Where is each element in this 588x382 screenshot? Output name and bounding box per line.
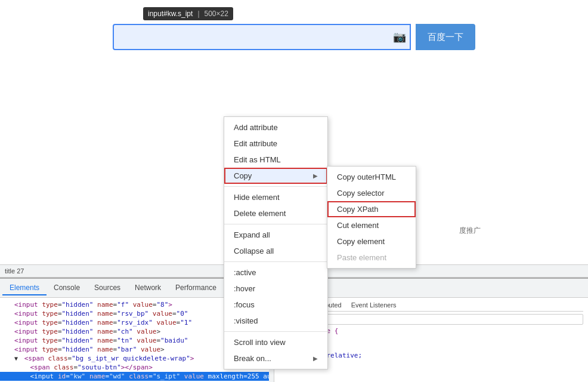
menu-scroll-into-view[interactable]: Scroll into view (224, 334, 327, 350)
menu-visited[interactable]: :visited (224, 313, 327, 329)
promo-text: 度推广 (459, 226, 481, 236)
submenu-copy-xpath[interactable]: Copy XPath (327, 201, 416, 217)
menu-break-on[interactable]: Break on... ▶ (224, 350, 327, 366)
submenu-copy-selector[interactable]: Copy selector (327, 185, 416, 201)
submenu-paste-element: Paste element (327, 249, 416, 266)
tab-performance[interactable]: Performance (168, 281, 224, 295)
menu-edit-as-html[interactable]: Edit as HTML (224, 152, 327, 168)
menu-copy[interactable]: Copy ▶ (224, 168, 327, 184)
menu-hover[interactable]: :hover (224, 281, 327, 297)
context-menu: Add attribute Edit attribute Edit as HTM… (224, 116, 328, 369)
menu-hide-element[interactable]: Hide element (224, 189, 327, 205)
menu-expand-all[interactable]: Expand all (224, 227, 327, 243)
submenu-copy-outerhtml[interactable]: Copy outerHTML (327, 169, 416, 185)
camera-icon[interactable]: 📷 (393, 30, 406, 44)
menu-collapse-all[interactable]: Collapse all (224, 243, 327, 259)
submenu-cut-element[interactable]: Cut element (327, 217, 416, 233)
menu-separator-3 (224, 261, 327, 262)
menu-separator-1 (224, 186, 327, 187)
search-button[interactable]: 百度一下 (416, 24, 475, 50)
html-line-9[interactable]: <input id="kw" name="wd" class="s_ipt" v… (0, 372, 274, 381)
search-area: 📷 百度一下 (0, 24, 588, 50)
search-input-wrapper: 📷 (113, 24, 411, 50)
search-input[interactable] (113, 24, 411, 50)
tab-sources[interactable]: Sources (87, 281, 128, 295)
menu-focus[interactable]: :focus (224, 297, 327, 313)
menu-separator-4 (224, 331, 327, 332)
tooltip-selector: input#kw.s_ipt (148, 10, 193, 18)
tab-console[interactable]: Console (47, 281, 87, 295)
menu-active[interactable]: :active (224, 264, 327, 281)
submenu-copy-element[interactable]: Copy element (327, 233, 416, 249)
menu-add-attribute[interactable]: Add attribute (224, 119, 327, 135)
menu-delete-element[interactable]: Delete element (224, 205, 327, 221)
tooltip-dimensions: 500×22 (205, 10, 228, 18)
copy-submenu: Copy outerHTML Copy selector Copy XPath … (327, 166, 416, 269)
menu-separator-2 (224, 224, 327, 224)
element-tooltip: input#kw.s_ipt | 500×22 (143, 7, 233, 20)
tab-elements[interactable]: Elements (2, 281, 47, 295)
copy-arrow: ▶ (313, 172, 318, 179)
menu-edit-attribute[interactable]: Edit attribute (224, 135, 327, 152)
styles-tab-event-listeners[interactable]: Event Listeners (346, 300, 401, 311)
tab-network[interactable]: Network (128, 281, 168, 295)
break-on-arrow: ▶ (313, 355, 318, 362)
